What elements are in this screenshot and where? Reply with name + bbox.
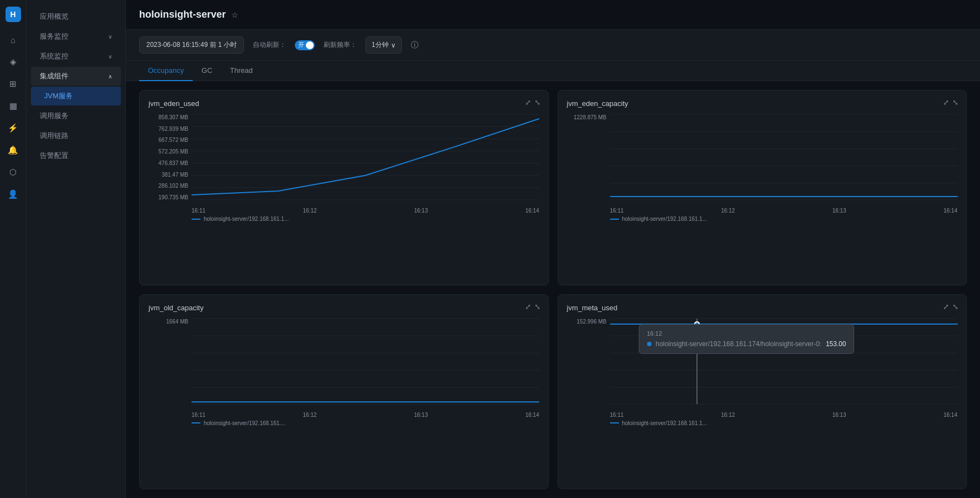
chart-legend: holoinsight-server/192.168.161.1... [567,216,958,222]
chart-jvm-old-capacity: jvm_old_capacity ⤢ ⤡ 1664 MB [139,294,549,490]
chart-title: jvm_meta_used [567,304,958,312]
chart-controls: ⤢ ⤡ [525,98,541,107]
chart-legend: holoinsight-server/192.168.161.... [149,420,539,426]
tab-thread[interactable]: Thread [221,61,262,81]
chart-line-icon[interactable]: ⤢ [943,303,949,311]
chart-expand-icon[interactable]: ⤡ [534,303,541,311]
legend-label: holoinsight-server/192.168.161.1... [622,216,707,222]
chart-controls: ⤢ ⤡ [525,303,541,311]
sidebar-item-jvm-service[interactable]: JVM服务 [31,87,121,105]
page-header: holoinsight-server ☆ [126,0,980,30]
page-title: holoinsight-server [139,9,226,20]
sidebar-item-label: 调用服务 [40,111,68,121]
chart-expand-icon[interactable]: ⤡ [952,98,958,107]
y-axis-labels: 858.307 MB 762.939 MB 667.572 MB 572.205… [149,114,188,200]
legend-line-icon [610,422,619,423]
chart-jvm-eden-used: jvm_eden_used ⤢ ⤡ 858.307 MB 762.939 MB … [139,90,549,285]
sidebar-item-label: 应用概览 [40,12,68,22]
chevron-down-icon: ∨ [108,54,112,60]
x-axis-labels: 16:11 16:12 16:13 16:14 [610,208,958,214]
x-axis-labels: 16:11 16:12 16:13 16:14 [192,208,539,214]
home-nav-icon[interactable]: ⌂ [4,31,22,49]
app-logo[interactable]: H [6,7,21,22]
chart-area: 1664 MB 16:11 16:1 [149,319,539,418]
chart-title: jvm_eden_used [149,99,539,108]
legend-label: holoinsight-server/192.168.161.1... [622,420,707,426]
x-axis-labels: 16:11 16:12 16:13 16:14 [192,412,539,418]
network-nav-icon[interactable]: ◈ [4,53,22,71]
sidebar-item-label: 调用链路 [40,131,68,141]
y-axis-labels: 1664 MB [149,319,188,405]
chart-area: 858.307 MB 762.939 MB 667.572 MB 572.205… [149,114,539,214]
time-range-picker[interactable]: 2023-06-08 16:15:49 前 1 小时 [139,36,244,54]
sidebar-item-label: 服务监控 [40,31,68,41]
chart-legend: holoinsight-server/192.168.161.1... [567,420,958,426]
lightning-nav-icon[interactable]: ⚡ [4,119,22,137]
chart-jvm-meta-used: jvm_meta_used ⤢ ⤡ 16:12 holoinsight-serv… [558,294,967,490]
sidebar-item-integration[interactable]: 集成组件 ∧ [31,67,121,86]
x-axis-labels: 16:11 16:12 16:13 16:14 [610,412,958,418]
chart-svg [192,319,539,405]
sidebar-item-app-overview[interactable]: 应用概览 [31,7,121,26]
chart-title: jvm_old_capacity [149,304,539,312]
sidebar-item-call-service[interactable]: 调用服务 [31,107,121,125]
main-content: holoinsight-server ☆ 2023-06-08 16:15:49… [126,0,980,498]
user-nav-icon[interactable]: 👤 [4,186,22,203]
sidebar-item-alert-config[interactable]: 告警配置 [31,146,121,165]
sidebar-item-label: 集成组件 [40,71,68,81]
refresh-freq-picker[interactable]: 1分钟 ∨ [365,36,402,54]
toolbar: 2023-06-08 16:15:49 前 1 小时 自动刷新： 开 刷新频率：… [126,30,980,61]
chart-expand-icon[interactable]: ⤡ [952,303,958,311]
freq-label: 刷新频率： [324,40,357,50]
chart-svg [610,114,958,200]
chart-controls: ⤢ ⤡ [943,303,958,311]
chart-svg [192,114,539,200]
y-axis-labels: 1228.875 MB [567,114,607,200]
freq-value: 1分钟 [372,40,389,50]
legend-label: holoinsight-server/192.168.161.... [204,420,285,426]
chart-title: jvm_eden_capacity [567,99,958,108]
chevron-down-icon: ∨ [108,34,112,40]
time-range-value: 2023-06-08 16:15:49 前 1 小时 [146,40,237,50]
chart-line-icon[interactable]: ⤢ [943,98,949,107]
auto-refresh-label: 自动刷新： [253,40,286,50]
chart-controls: ⤢ ⤡ [943,98,958,107]
sidebar-item-call-chain[interactable]: 调用链路 [31,126,121,145]
toggle-on-label: 开 [295,41,304,49]
shield-nav-icon[interactable]: ⬡ [4,163,22,181]
auto-refresh-toggle-group: 开 [295,40,315,50]
chart-line-icon[interactable]: ⤢ [525,98,531,107]
legend-line-icon [610,219,619,220]
table-nav-icon[interactable]: ▦ [4,97,22,115]
chart-legend: holoinsight-server/192.168.161.1... [149,216,539,222]
tab-gc[interactable]: GC [193,61,221,81]
sidebar: 应用概览 服务监控 ∨ 系统监控 ∨ 集成组件 ∧ JVM服务 调用服务 调用链… [27,0,126,498]
grid-nav-icon[interactable]: ⊞ [4,75,22,93]
tab-bar: Occupancy GC Thread [126,61,980,81]
chart-jvm-eden-capacity: jvm_eden_capacity ⤢ ⤡ 1228.875 MB [558,90,967,285]
sidebar-item-service-monitor[interactable]: 服务监控 ∨ [31,27,121,46]
chart-svg [610,319,958,405]
legend-line-icon [192,422,200,423]
chart-area: 1228.875 MB 16:11 [567,114,958,214]
sidebar-item-label: 系统监控 [40,51,68,61]
chevron-down-icon: ∨ [391,41,396,49]
y-axis-labels: 152.996 MB [567,319,607,405]
chart-area: 16:12 holoinsight-server/192.168.161.174… [567,319,958,418]
tab-occupancy[interactable]: Occupancy [139,61,193,81]
sidebar-item-label: 告警配置 [40,151,68,161]
chart-line-icon[interactable]: ⤢ [525,303,531,311]
svg-point-27 [695,322,699,326]
legend-label: holoinsight-server/192.168.161.1... [204,216,289,222]
favorite-star-icon[interactable]: ☆ [231,10,239,19]
charts-container: jvm_eden_used ⤢ ⤡ 858.307 MB 762.939 MB … [126,81,980,498]
auto-refresh-toggle[interactable]: 开 [295,40,315,50]
sidebar-item-system-monitor[interactable]: 系统监控 ∨ [31,47,121,66]
legend-line-icon [192,219,200,220]
bell-nav-icon[interactable]: 🔔 [4,141,22,159]
chart-expand-icon[interactable]: ⤡ [534,98,541,107]
chevron-up-icon: ∧ [108,73,112,80]
icon-bar: H ⌂ ◈ ⊞ ▦ ⚡ 🔔 ⬡ 👤 [0,0,27,498]
info-icon[interactable]: ⓘ [411,40,419,50]
sidebar-item-label: JVM服务 [44,91,73,101]
